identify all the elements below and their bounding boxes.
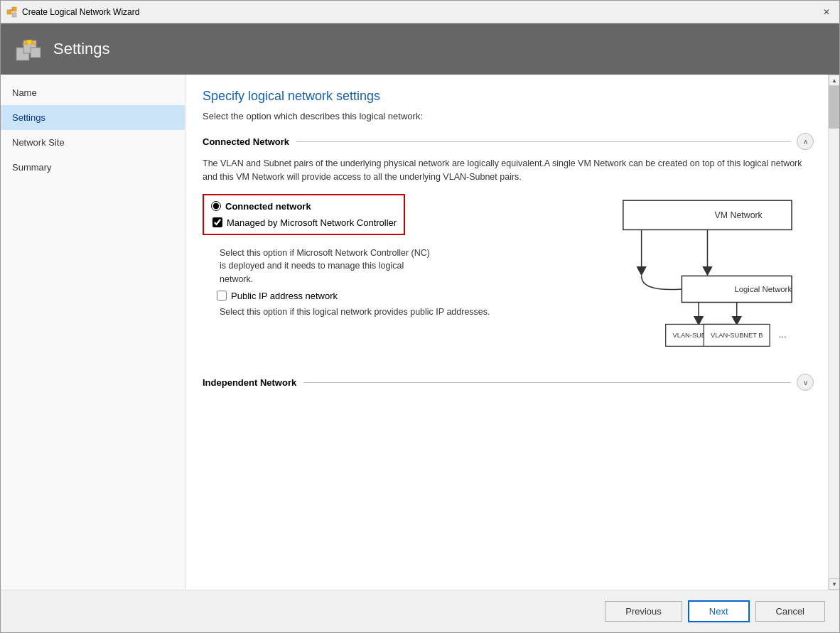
managed-nc-checkbox[interactable] xyxy=(212,217,222,227)
sidebar-item-settings[interactable]: Settings xyxy=(1,105,185,130)
independent-network-title: Independent Network xyxy=(203,377,296,388)
svg-marker-7 xyxy=(22,39,28,45)
independent-network-section-header: Independent Network ∨ xyxy=(203,374,814,391)
connected-network-radio-row[interactable]: Connected network xyxy=(211,201,397,212)
svg-rect-2 xyxy=(12,13,16,17)
header-title: Settings xyxy=(53,40,110,58)
connected-network-collapse-btn[interactable]: ∧ xyxy=(797,133,814,150)
sidebar: Name Settings Network Site Summary xyxy=(1,75,185,590)
wizard-header: Settings xyxy=(1,23,839,75)
network-diagram: VM Network xyxy=(579,197,814,358)
public-ip-desc: Select this option if this logical netwo… xyxy=(220,305,565,319)
title-bar: Create Logical Network Wizard ✕ xyxy=(1,1,839,23)
independent-section-divider xyxy=(303,382,791,383)
page-subtitle: Select the option which describes this l… xyxy=(203,111,814,121)
main-body: Name Settings Network Site Summary Speci… xyxy=(1,75,839,590)
svg-marker-14 xyxy=(702,266,712,275)
managed-nc-checkbox-row[interactable]: Managed by Microsoft Network Controller xyxy=(212,217,397,228)
svg-text:Logical Network: Logical Network xyxy=(734,285,792,293)
svg-rect-0 xyxy=(7,10,11,14)
sidebar-item-name[interactable]: Name xyxy=(1,80,185,105)
close-button[interactable]: ✕ xyxy=(819,5,834,19)
page-title: Specify logical network settings xyxy=(203,89,814,104)
connected-network-radio[interactable] xyxy=(211,201,221,211)
content-scroll: Specify logical network settings Select … xyxy=(185,75,828,590)
scroll-container: Specify logical network settings Select … xyxy=(185,75,839,590)
window-icon xyxy=(6,6,18,18)
next-button[interactable]: Next xyxy=(688,600,750,622)
connected-network-desc: The VLAN and Subnet pairs of the underly… xyxy=(203,157,814,184)
diagram-col: VM Network xyxy=(579,194,814,360)
svg-marker-13 xyxy=(636,266,646,275)
scrollbar-track: ▲ ▼ xyxy=(828,75,839,590)
options-diagram-row: Connected network Managed by Microsoft N… xyxy=(203,194,814,360)
sidebar-item-network-site[interactable]: Network Site xyxy=(1,130,185,155)
svg-rect-10 xyxy=(623,200,792,229)
window-title: Create Logical Network Wizard xyxy=(22,7,819,17)
svg-point-9 xyxy=(27,40,31,44)
previous-button[interactable]: Previous xyxy=(605,601,682,622)
scrollbar-down-arrow[interactable]: ▼ xyxy=(829,578,839,590)
header-icon xyxy=(15,35,43,63)
connected-network-section-header: Connected Network ∧ xyxy=(203,133,814,150)
scrollbar-thumb-area xyxy=(829,86,839,578)
independent-network-collapse-btn[interactable]: ∨ xyxy=(797,374,814,391)
svg-text:VLAN-SUBNET B: VLAN-SUBNET B xyxy=(711,332,763,339)
section-divider xyxy=(296,141,791,142)
sidebar-item-summary[interactable]: Summary xyxy=(1,155,185,180)
public-ip-label: Public IP address network xyxy=(231,291,338,301)
wizard-footer: Previous Next Cancel xyxy=(1,590,839,632)
public-ip-checkbox-row[interactable]: Public IP address network xyxy=(217,291,565,301)
managed-nc-label: Managed by Microsoft Network Controller xyxy=(227,217,397,228)
wizard-window: Create Logical Network Wizard ✕ Settings… xyxy=(0,0,840,633)
svg-text:...: ... xyxy=(779,329,787,340)
connected-network-radio-label: Connected network xyxy=(225,201,311,212)
cancel-button[interactable]: Cancel xyxy=(755,601,825,622)
scrollbar-up-arrow[interactable]: ▲ xyxy=(829,75,839,86)
scrollbar-thumb[interactable] xyxy=(829,86,839,129)
connected-network-option-box: Connected network Managed by Microsoft N… xyxy=(203,194,405,235)
svg-text:VM Network: VM Network xyxy=(715,210,763,220)
svg-rect-6 xyxy=(31,48,41,58)
public-ip-checkbox[interactable] xyxy=(217,291,227,301)
managed-nc-desc: Select this option if Microsoft Network … xyxy=(220,247,565,286)
connected-network-title: Connected Network xyxy=(203,136,289,147)
options-col: Connected network Managed by Microsoft N… xyxy=(203,194,565,360)
